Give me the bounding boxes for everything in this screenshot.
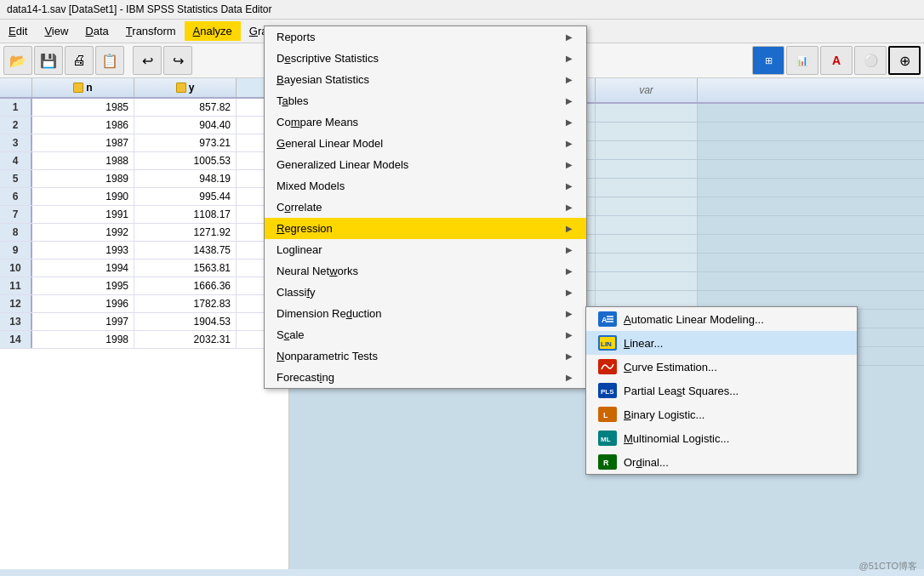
menu-transform[interactable]: Transform [117,21,185,41]
menu-reports[interactable]: Reports ▶ [265,26,586,48]
toolbar-data-view-btn[interactable]: ⊞ [752,46,784,75]
menu-regression[interactable]: Regression ▶ [265,218,586,239]
menu-scale[interactable]: Scale ▶ [265,324,586,345]
menu-loglinear[interactable]: Loglinear ▶ [265,239,586,260]
toolbar-open-btn[interactable]: 📂 [3,46,32,75]
submenu-ordinal[interactable]: R Ordinal... [586,450,857,474]
var-cell[interactable] [596,179,698,197]
var-cell[interactable] [596,272,698,290]
menu-neural-networks[interactable]: Neural Networks ▶ [265,260,586,282]
submenu-curve-estimation[interactable]: Curve Estimation... [586,355,857,379]
cell-y[interactable]: 904.40 [134,117,237,134]
menu-bayesian-stats[interactable]: Bayesian Statistics ▶ [265,69,586,90]
menu-view[interactable]: View [36,21,77,41]
table-row[interactable]: 51989948.19 [0,170,288,188]
table-row[interactable]: 31987973.21 [0,134,288,152]
table-row[interactable]: 1119951666.36 [0,277,288,295]
table-row[interactable]: 61990995.44 [0,188,288,206]
toolbar-redo-btn[interactable]: ↪ [163,46,192,75]
table-row[interactable]: 1419982032.31 [0,331,288,349]
submenu-linear[interactable]: LIN Linear... [586,331,857,355]
table-row[interactable]: 819921271.92 [0,224,288,242]
var-cell[interactable] [596,254,698,271]
cell-y[interactable]: 1108.17 [134,206,237,223]
var-cell[interactable] [596,141,698,159]
cell-n[interactable]: 1987 [32,134,134,151]
var-cell[interactable] [596,216,698,234]
var-cell[interactable] [596,160,698,178]
menu-compare-means[interactable]: Compare Means ▶ [265,111,586,133]
cell-n[interactable]: 1988 [32,152,134,169]
table-row[interactable]: 919931438.75 [0,242,288,259]
cell-y[interactable]: 857.82 [134,99,237,116]
submenu-auto-linear[interactable]: A Automatic Linear Modeling... [586,307,857,331]
menu-classify[interactable]: Classify ▶ [265,282,586,303]
cell-n[interactable]: 1990 [32,188,134,205]
nonparametric-label: Nonparametric Tests [277,350,378,362]
menu-data[interactable]: Data [77,21,117,41]
cell-n[interactable]: 1992 [32,224,134,241]
table-row[interactable]: 1319971904.53 [0,313,288,331]
cell-n[interactable]: 1985 [32,99,134,116]
submenu-partial-least-squares[interactable]: PLS Partial Least Squares... [586,379,857,402]
cell-y[interactable]: 973.21 [134,134,237,151]
table-row[interactable]: 1219961782.83 [0,295,288,313]
cell-n[interactable]: 1995 [32,277,134,294]
auto-linear-label: Automatic Linear Modeling... [624,313,764,326]
cell-y[interactable]: 1438.75 [134,242,237,259]
menu-mixed-models[interactable]: Mixed Models ▶ [265,175,586,197]
menu-forecasting[interactable]: Forecasting ▶ [265,367,586,388]
menu-correlate[interactable]: Correlate ▶ [265,197,586,218]
cell-y[interactable]: 2032.31 [134,331,237,348]
table-row[interactable]: 1019941563.81 [0,259,288,277]
forecasting-arrow: ▶ [566,373,573,382]
toolbar-print-btn[interactable]: 🖨 [65,46,94,75]
var-cell[interactable] [596,123,698,140]
cell-y[interactable]: 1904.53 [134,313,237,330]
toolbar-undo-btn[interactable]: ↩ [133,46,162,75]
var-cell[interactable] [596,235,698,253]
cell-n[interactable]: 1986 [32,117,134,134]
cell-n[interactable]: 1998 [32,331,134,348]
submenu-multinomial-logistic[interactable]: ML Multinomial Logistic... [586,426,857,450]
col-y-header[interactable]: y [134,78,237,97]
menu-dimension-reduction[interactable]: Dimension Reduction ▶ [265,303,586,324]
cell-n[interactable]: 1991 [32,206,134,223]
toolbar-save-btn[interactable]: 💾 [34,46,63,75]
toolbar-a-btn[interactable]: A [820,46,853,75]
cell-y[interactable]: 1666.36 [134,277,237,294]
cell-y[interactable]: 948.19 [134,170,237,187]
menu-general-linear[interactable]: General Linear Model ▶ [265,133,586,154]
cell-y[interactable]: 1271.92 [134,224,237,241]
toolbar-variable-view-btn[interactable]: 📊 [786,46,818,75]
table-row[interactable]: 21986904.40 [0,117,288,134]
cell-n[interactable]: 1994 [32,259,134,277]
row-number: 14 [0,331,32,348]
cell-y[interactable]: 1782.83 [134,295,237,312]
cell-y[interactable]: 1563.81 [134,259,237,277]
table-row[interactable]: 719911108.17 [0,206,288,224]
cell-y[interactable]: 995.44 [134,188,237,205]
table-row[interactable]: 419881005.53 [0,152,288,170]
col-n-header[interactable]: n [32,78,134,97]
cell-n[interactable]: 1996 [32,295,134,312]
cell-n[interactable]: 1997 [32,313,134,330]
submenu-binary-logistic[interactable]: L Binary Logistic... [586,402,857,426]
menu-generalized-linear[interactable]: Generalized Linear Models ▶ [265,154,586,175]
menu-descriptive-stats[interactable]: Descriptive Statistics ▶ [265,48,586,69]
toolbar-dialog-btn[interactable]: 📋 [95,46,124,75]
cell-n[interactable]: 1993 [32,242,134,259]
toolbar-plus-btn[interactable]: ⊕ [888,46,921,75]
menu-nonparametric[interactable]: Nonparametric Tests ▶ [265,345,586,367]
partial-least-squares-label: Partial Least Squares... [624,385,739,397]
table-row[interactable]: 11985857.82 [0,99,288,117]
cell-n[interactable]: 1989 [32,170,134,187]
var-cell[interactable] [596,197,698,215]
cell-y[interactable]: 1005.53 [134,152,237,169]
menu-edit[interactable]: Edit [0,21,36,41]
toolbar-circles-btn[interactable]: ⚪ [854,46,887,75]
menu-analyze[interactable]: Analyze [185,21,241,41]
var-cell[interactable] [596,104,698,122]
forecasting-label: Forecasting [277,371,334,384]
menu-tables[interactable]: Tables ▶ [265,90,586,111]
